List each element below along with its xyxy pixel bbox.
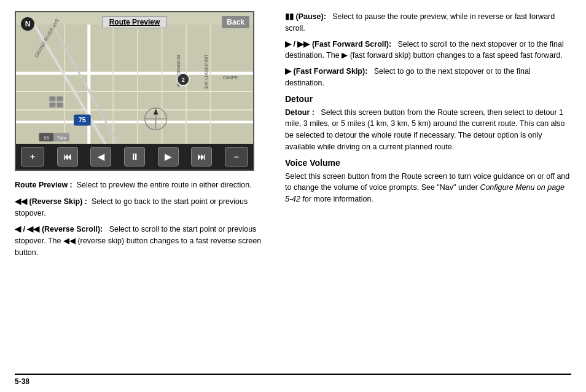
fast-forward-skip-button[interactable]: ⏭ — [191, 147, 212, 167]
controls-bar: + ⏮ ◀ ⏸ ▶ ⏭ – — [16, 144, 253, 170]
detour-heading: Detour — [285, 94, 571, 104]
svg-text:74m: 74m — [57, 135, 67, 141]
right-descriptions: ▮▮ (Pause): Select to pause the route pr… — [285, 11, 571, 89]
fast-forward-skip-desc: ▶ (Fast Forward Skip): Select to go to t… — [285, 66, 571, 89]
svg-text:75: 75 — [79, 116, 86, 123]
svg-text:2: 2 — [182, 77, 185, 83]
voice-volume-desc: Select this screen button from the Route… — [285, 171, 571, 205]
svg-rect-28 — [57, 96, 63, 101]
page: 75 GRAND RIVER AVE RIVERSIDE AVE UNIVERS… — [0, 0, 586, 392]
page-footer: 5-38 — [15, 374, 571, 386]
svg-text:CAMPE: CAMPE — [223, 76, 238, 80]
voice-volume-heading: Voice Volume — [285, 158, 571, 168]
svg-rect-30 — [57, 103, 63, 108]
content-area: 75 GRAND RIVER AVE RIVERSIDE AVE UNIVERS… — [15, 11, 571, 370]
reverse-skip-desc: ◀◀ (Reverse Skip) : Select to go back to… — [15, 196, 273, 219]
detour-desc: Detour : Select this screen button from … — [285, 107, 571, 153]
svg-text:96: 96 — [44, 135, 49, 141]
map-title: Route Preview — [103, 16, 167, 28]
svg-text:UNIVERSITY AVE: UNIVERSITY AVE — [204, 55, 208, 90]
zoom-in-button[interactable]: + — [21, 147, 44, 167]
page-number: 5-38 — [15, 377, 29, 386]
map-container: 75 GRAND RIVER AVE RIVERSIDE AVE UNIVERS… — [15, 11, 254, 171]
route-preview-desc: Route Preview : Select to preview the en… — [15, 179, 273, 191]
left-column: 75 GRAND RIVER AVE RIVERSIDE AVE UNIVERS… — [15, 11, 273, 370]
reverse-scroll-desc: ◀ / ◀◀ (Reverse Scroll): Select to scrol… — [15, 224, 273, 258]
reverse-skip-button[interactable]: ⏮ — [57, 147, 78, 167]
left-descriptions: Route Preview : Select to preview the en… — [15, 179, 273, 259]
configure-menu-ref: Configure Menu on page 5-42 — [285, 183, 565, 203]
pause-button[interactable]: ⏸ — [124, 147, 145, 167]
reverse-scroll-button[interactable]: ◀ — [90, 147, 111, 167]
zoom-out-button[interactable]: – — [225, 147, 248, 167]
fast-forward-scroll-desc: ▶ / ▶▶ (Fast Forward Scroll): Select to … — [285, 39, 571, 62]
right-column: ▮▮ (Pause): Select to pause the route pr… — [285, 11, 571, 370]
svg-rect-27 — [49, 96, 55, 101]
pause-label: ▮▮ (Pause): — [285, 12, 326, 21]
pause-desc: ▮▮ (Pause): Select to pause the route pr… — [285, 11, 571, 34]
detour-label: Detour : — [285, 108, 314, 117]
svg-rect-29 — [49, 103, 55, 108]
reverse-scroll-label: ◀ / ◀◀ (Reverse Scroll): — [15, 225, 103, 233]
fast-forward-scroll-label: ▶ / ▶▶ (Fast Forward Scroll): — [285, 40, 391, 49]
detour-section: Detour : Select this screen button from … — [285, 107, 571, 153]
fast-forward-skip-label: ▶ (Fast Forward Skip): — [285, 67, 367, 76]
back-button[interactable]: Back — [222, 16, 249, 28]
fast-forward-scroll-button[interactable]: ▶ — [158, 147, 179, 167]
route-preview-label: Route Preview : — [15, 181, 72, 189]
reverse-skip-label: ◀◀ (Reverse Skip) : — [15, 197, 87, 206]
voice-volume-section: Select this screen button from the Route… — [285, 171, 571, 205]
north-indicator: N — [21, 17, 34, 31]
